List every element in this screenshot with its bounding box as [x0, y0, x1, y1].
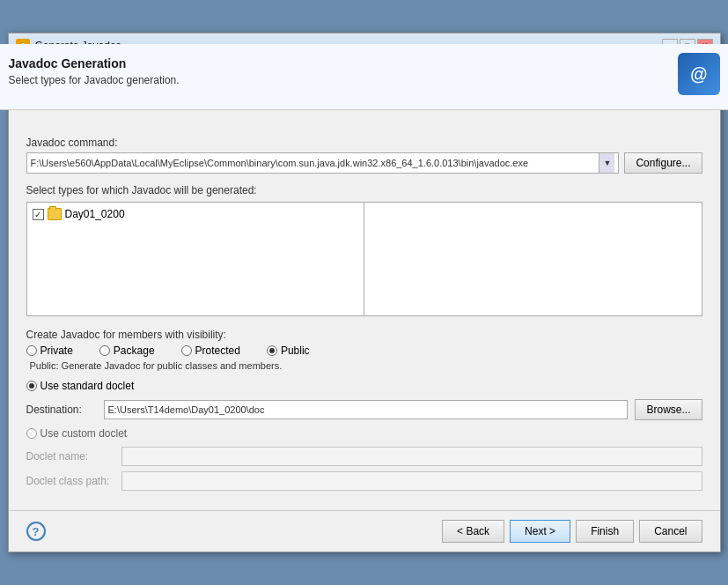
radio-public[interactable]: Public — [267, 344, 310, 357]
configure-button[interactable]: Configure... — [624, 152, 702, 174]
doclet-name-input[interactable] — [121, 447, 702, 466]
generate-javadoc-window: J Generate Javadoc ─ □ ✕ Javadoc Generat… — [8, 33, 721, 552]
destination-label: Destination: — [26, 404, 97, 416]
standard-doclet-row[interactable]: Use standard doclet — [26, 380, 702, 392]
dialog-footer: ? < Back Next > Finish Cancel — [9, 510, 720, 552]
radio-protected-label: Protected — [195, 344, 240, 357]
visibility-radio-row: Private Package Protected Public — [26, 344, 702, 357]
radio-private-label: Private — [40, 344, 73, 357]
footer-buttons: < Back Next > Finish Cancel — [442, 520, 702, 543]
help-button[interactable]: ? — [26, 522, 46, 541]
javadoc-command-combo[interactable]: F:\Users\e560\AppData\Local\MyEclipse\Co… — [26, 152, 620, 174]
custom-doclet-radio[interactable] — [26, 428, 37, 439]
visibility-label: Create Javadoc for members with visibili… — [26, 329, 702, 341]
tree-item-label: Day01_0200 — [65, 208, 125, 220]
doclet-section: Use standard doclet Destination: Browse.… — [26, 380, 702, 420]
javadoc-command-row: F:\Users\e560\AppData\Local\MyEclipse\Co… — [26, 152, 702, 174]
next-button[interactable]: Next > — [510, 520, 570, 543]
browse-button[interactable]: Browse... — [635, 399, 702, 420]
radio-private[interactable]: Private — [26, 344, 73, 357]
radio-package[interactable]: Package — [99, 344, 155, 357]
finish-button[interactable]: Finish — [576, 520, 634, 543]
doclet-classpath-row: Doclet class path: — [26, 471, 702, 491]
header-section: Javadoc Generation Select types for Java… — [0, 44, 728, 110]
visibility-section: Create Javadoc for members with visibili… — [26, 329, 702, 371]
custom-doclet-row[interactable]: Use custom doclet — [26, 427, 702, 440]
radio-package-circle[interactable] — [99, 345, 110, 356]
cancel-button[interactable]: Cancel — [639, 520, 702, 543]
destination-input[interactable] — [104, 400, 629, 419]
tree-item-checkbox[interactable] — [33, 209, 44, 220]
radio-private-circle[interactable] — [26, 345, 37, 356]
back-button[interactable]: < Back — [442, 520, 504, 543]
javadoc-logo: @ — [678, 53, 720, 95]
types-tree-right[interactable] — [364, 203, 702, 315]
javadoc-command-value: F:\Users\e560\AppData\Local\MyEclipse\Co… — [31, 158, 529, 168]
visibility-note: Public: Generate Javadoc for public clas… — [30, 360, 702, 371]
dialog-content: Javadoc command: F:\Users\e560\AppData\L… — [9, 122, 720, 510]
combo-dropdown-arrow[interactable]: ▼ — [599, 153, 614, 173]
tree-item-day01[interactable]: Day01_0200 — [31, 206, 361, 222]
radio-package-label: Package — [114, 344, 155, 357]
doclet-class-path-input[interactable] — [121, 471, 702, 491]
types-tree-left[interactable]: Day01_0200 — [27, 203, 365, 315]
radio-public-label: Public — [281, 344, 310, 357]
types-section-label: Select types for which Javadoc will be g… — [26, 184, 702, 196]
radio-protected-circle[interactable] — [181, 345, 192, 356]
doclet-class-path-label: Doclet class path: — [26, 475, 114, 487]
doclet-name-row: Doclet name: — [26, 447, 702, 466]
custom-doclet-label: Use custom doclet — [40, 427, 128, 440]
radio-public-circle[interactable] — [267, 345, 277, 356]
doclet-name-label: Doclet name: — [26, 450, 114, 463]
folder-icon — [48, 208, 62, 220]
radio-protected[interactable]: Protected — [181, 344, 240, 357]
standard-doclet-label: Use standard doclet — [40, 380, 135, 392]
custom-doclet-section: Use custom doclet Doclet name: Doclet cl… — [26, 427, 702, 491]
footer-left: ? — [26, 522, 46, 541]
dialog-subtitle: Select types for Javadoc generation. — [9, 74, 720, 86]
destination-row: Destination: Browse... — [26, 399, 702, 420]
dialog-title: Javadoc Generation — [9, 56, 720, 70]
types-container: Day01_0200 — [26, 202, 702, 316]
standard-doclet-radio[interactable] — [26, 381, 37, 391]
javadoc-command-label: Javadoc command: — [26, 137, 702, 149]
